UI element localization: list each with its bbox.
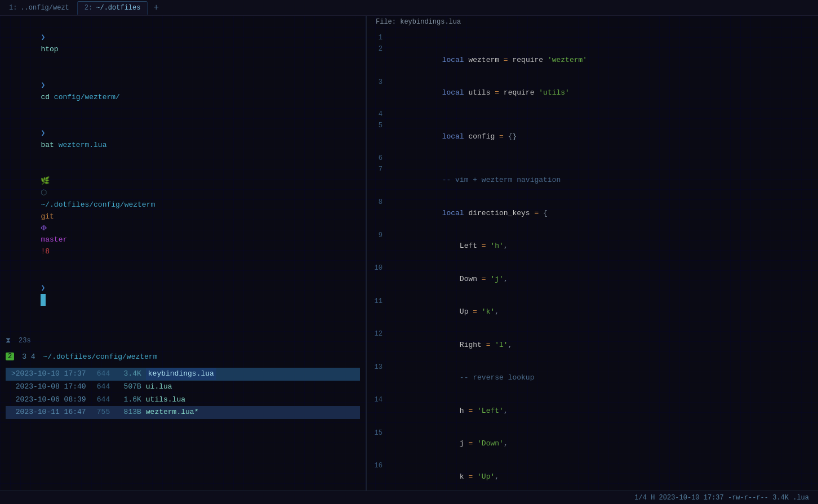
code-line-16: 16 k = 'Up', (367, 460, 818, 490)
file-name-1: ui.lua (146, 381, 172, 393)
cursor (41, 294, 46, 306)
file-date-3: 2023-10-11 16:47 (11, 407, 90, 418)
file-row-0[interactable]: >2023-10-10 17:37 644 3.4K keybindings.l… (6, 368, 360, 381)
file-row-1[interactable]: 2023-10-08 17:40 644 507B ui.lua (6, 381, 360, 394)
right-pane-header: File: keybindings.lua (367, 16, 818, 28)
file-size-0: 3.4K (115, 368, 144, 380)
file-list: >2023-10-10 17:37 644 3.4K keybindings.l… (6, 368, 360, 419)
code-line-14: 14 h = 'Left', (367, 394, 818, 427)
term-line-cd: ❯ cd config/wezterm/ (6, 68, 360, 115)
right-pane: File: keybindings.lua 1 2 local wezterm … (367, 16, 818, 490)
term-line-bat: ❯ bat wezterm.lua (6, 116, 360, 163)
status-bar: 1/4 H 2023-10-10 17:37 -rw-r--r-- 3.4K .… (0, 490, 818, 504)
code-line-15: 15 j = 'Down', (367, 427, 818, 461)
tab-1[interactable]: 1: ..onfig/wezt (2, 1, 76, 15)
timer-area: ⧗ 23s (6, 336, 360, 346)
tab-2-number: 2: (85, 4, 92, 12)
code-line-11: 11 Up = 'k', (367, 296, 818, 329)
left-pane: ❯ htop ❯ cd config/wezterm/ ❯ bat wezter… (0, 16, 366, 490)
file-size-2: 1.6K (115, 394, 144, 406)
file-perm-1: 644 (92, 381, 113, 393)
code-area[interactable]: 1 2 local wezterm = require 'wezterm' 3 … (367, 28, 818, 490)
code-line-9: 9 Left = 'h', (367, 230, 818, 263)
term-line-htop: ❯ htop (6, 20, 360, 67)
file-date-0: >2023-10-10 17:37 (11, 368, 90, 380)
pane-path: ~/.dotfiles/config/wezterm (43, 353, 158, 361)
pane-current-num: 2 (6, 353, 14, 360)
file-row-3[interactable]: 2023-10-11 16:47 755 813B wezterm.lua* (6, 406, 360, 419)
term-line-cursor: ❯ (6, 271, 360, 318)
file-name-0: keybindings.lua (146, 368, 216, 380)
code-line-12: 12 Right = 'l', (367, 328, 818, 362)
file-date-2: 2023-10-06 08:39 (11, 394, 90, 406)
file-date-1: 2023-10-08 17:40 (11, 381, 90, 393)
code-line-10: 10 Down = 'j', (367, 262, 818, 296)
file-perm-3: 755 (92, 407, 113, 418)
file-row-2[interactable]: 2023-10-06 08:39 644 1.6K utils.lua (6, 394, 360, 407)
timer-icon: ⧗ (6, 336, 11, 345)
code-line-3: 3 local utils = require 'utils' (367, 77, 818, 110)
code-line-7: 7 -- vim + wezterm navigation (367, 164, 818, 197)
file-title: File: keybindings.lua (376, 18, 461, 26)
code-line-8: 8 local direction_keys = { (367, 197, 818, 230)
code-line-2: 2 local wezterm = require 'wezterm' (367, 43, 818, 77)
code-line-13: 13 -- reverse lookup (367, 362, 818, 395)
tab-1-number: 1: (9, 4, 17, 12)
tab-2-title: ~/.dotfiles (96, 4, 140, 12)
tab-add-button[interactable]: + (149, 3, 163, 13)
timer-badge: 23s (15, 336, 34, 346)
code-line-1: 1 (367, 33, 818, 43)
file-perm-0: 644 (92, 368, 113, 380)
main-content: ❯ htop ❯ cd config/wezterm/ ❯ bat wezter… (0, 16, 818, 490)
file-perm-2: 644 (92, 394, 113, 406)
file-size-1: 507B (115, 381, 144, 393)
term-line-prompt: 🌿 ⬡ ~/.dotfiles/config/wezterm git 𝚽 mas… (6, 164, 360, 270)
pane-numbers: 3 4 (17, 351, 39, 362)
file-name-3: wezterm.lua* (146, 407, 199, 418)
tab-bar: 1: ..onfig/wezt 2: ~/.dotfiles + (0, 0, 818, 16)
code-line-4: 4 (367, 109, 818, 120)
status-text: 1/4 H 2023-10-10 17:37 -rw-r--r-- 3.4K .… (634, 494, 809, 502)
file-name-2: utils.lua (146, 394, 185, 406)
terminal-container: 1: ..onfig/wezt 2: ~/.dotfiles + ❯ htop … (0, 0, 818, 504)
file-size-3: 813B (115, 407, 144, 418)
pane-indicator-row: 2 3 4 ~/.dotfiles/config/wezterm (6, 351, 360, 362)
code-line-5: 5 local config = {} (367, 120, 818, 153)
tab-1-title: ..onfig/wezt (20, 4, 69, 12)
tab-2[interactable]: 2: ~/.dotfiles (77, 1, 148, 15)
code-line-6: 6 (367, 153, 818, 164)
